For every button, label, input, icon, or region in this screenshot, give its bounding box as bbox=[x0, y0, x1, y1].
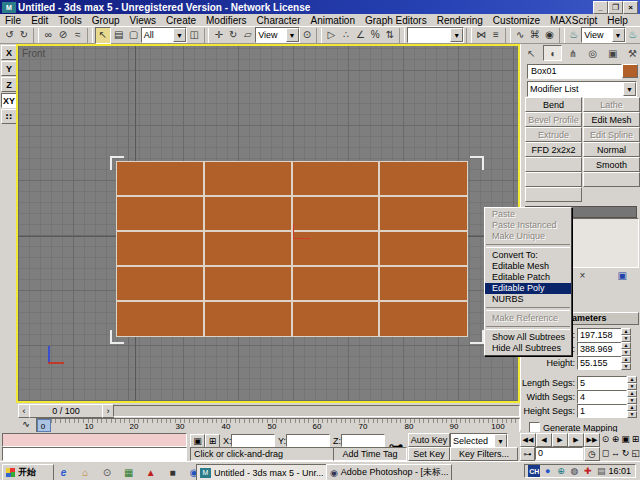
zoom-extents-icon[interactable]: ▣ bbox=[621, 433, 630, 445]
dropdown-arrow-icon[interactable]: ▼ bbox=[623, 82, 636, 96]
render-scene-icon[interactable]: ♨ bbox=[567, 28, 582, 43]
snap-toggle-icon[interactable]: ∴ bbox=[339, 28, 354, 43]
restrict-xy-plane-button[interactable]: XY bbox=[1, 93, 17, 108]
select-and-scale-icon[interactable]: ▱ bbox=[241, 28, 256, 43]
snaps-use-axis-constraints-icon[interactable]: ∷ bbox=[1, 109, 17, 124]
width-segs-field[interactable]: 4 bbox=[577, 390, 627, 404]
track-bar-ruler[interactable]: 0 10 20 30 40 50 60 70 80 90 100 bbox=[36, 418, 520, 433]
set-key-button[interactable]: Set Key bbox=[408, 447, 450, 461]
height-spinner[interactable]: ▲▼ bbox=[621, 356, 631, 369]
unlink-selection-icon[interactable]: ⊘ bbox=[56, 28, 71, 43]
spinner-snap-icon[interactable]: ⇅ bbox=[383, 28, 398, 43]
remove-modifier-icon[interactable]: × bbox=[575, 268, 589, 283]
length-field[interactable]: 197.158 bbox=[577, 328, 623, 342]
tray-icon[interactable]: ● bbox=[541, 465, 553, 477]
menu-modifiers[interactable]: Modifiers bbox=[201, 15, 252, 26]
width-field[interactable]: 388.969 bbox=[577, 342, 623, 356]
select-by-name-icon[interactable]: ▤ bbox=[111, 28, 126, 43]
current-frame-field[interactable]: 0 bbox=[535, 447, 583, 460]
menu-maxscript[interactable]: MAXScript bbox=[545, 15, 602, 26]
next-frame-icon[interactable]: ▶ bbox=[568, 433, 584, 447]
zoom-icon[interactable]: ⊙ bbox=[601, 433, 610, 445]
quick-launch-icon[interactable]: ■ bbox=[165, 465, 180, 479]
mirror-icon[interactable]: ⋈ bbox=[474, 28, 489, 43]
object-color-swatch[interactable] bbox=[622, 64, 638, 78]
bind-to-spacewarp-icon[interactable]: ≈ bbox=[70, 28, 85, 43]
modifier-button-blank[interactable] bbox=[583, 172, 640, 187]
acrobat-icon[interactable]: ▲ bbox=[143, 465, 158, 479]
configure-modifier-sets-icon[interactable]: ▣ bbox=[614, 268, 630, 283]
context-menu-item-hide-all-subtrees[interactable]: Hide All Subtrees bbox=[485, 343, 571, 354]
box-object[interactable] bbox=[116, 161, 468, 337]
dropdown-arrow-icon[interactable]: ▼ bbox=[450, 28, 463, 42]
context-menu-item-convert-to[interactable]: Convert To: bbox=[485, 250, 571, 261]
minimize-button[interactable]: _ bbox=[593, 1, 608, 14]
internet-explorer-icon[interactable]: e bbox=[56, 465, 71, 479]
tray-language-indicator[interactable]: CH bbox=[528, 465, 540, 477]
undo-icon[interactable]: ↺ bbox=[2, 28, 17, 43]
play-animation-icon[interactable]: ▶ bbox=[552, 433, 568, 447]
menu-rendering[interactable]: Rendering bbox=[432, 15, 488, 26]
length-segs-field[interactable]: 5 bbox=[577, 376, 627, 390]
menu-edit[interactable]: Edit bbox=[26, 15, 53, 26]
open-mini-curve-editor-icon[interactable]: ∿ bbox=[18, 418, 34, 430]
modifier-button-smooth[interactable]: Smooth bbox=[583, 157, 640, 172]
task-button-photoshop[interactable]: ◉ Adobe Photoshop - [未标... bbox=[326, 464, 452, 480]
context-menu-item-nurbs[interactable]: NURBS bbox=[485, 294, 571, 305]
go-to-start-icon[interactable]: ◀◀ bbox=[520, 433, 536, 447]
quick-launch-icon[interactable]: ⌂ bbox=[78, 465, 93, 479]
macro-recorder-line[interactable] bbox=[2, 433, 187, 447]
time-configuration-icon[interactable]: ◷ bbox=[584, 447, 600, 461]
context-menu-item-editable-mesh[interactable]: Editable Mesh bbox=[485, 261, 571, 272]
length-segs-spinner[interactable]: ▲▼ bbox=[627, 376, 637, 389]
menu-help[interactable]: Help bbox=[602, 15, 633, 26]
key-filters-button[interactable]: Key Filters... bbox=[450, 447, 518, 461]
front-viewport[interactable]: Front bbox=[18, 46, 518, 401]
tray-icon[interactable]: ▤ bbox=[595, 465, 607, 477]
dropdown-arrow-icon[interactable]: ▼ bbox=[286, 28, 299, 42]
z-coordinate-field[interactable] bbox=[341, 434, 385, 447]
region-zoom-icon[interactable]: ◻ bbox=[601, 447, 610, 459]
rectangular-selection-region-icon[interactable]: ▢ bbox=[126, 28, 141, 43]
tab-motion-icon[interactable]: ◎ bbox=[584, 46, 601, 60]
menu-views[interactable]: Views bbox=[125, 15, 162, 26]
maxscript-listener-line[interactable] bbox=[2, 447, 187, 461]
modifier-button-bend[interactable]: Bend bbox=[525, 97, 582, 112]
percent-snap-icon[interactable]: % bbox=[368, 28, 383, 43]
menu-group[interactable]: Group bbox=[87, 15, 125, 26]
modifier-button-edit-mesh[interactable]: Edit Mesh bbox=[583, 112, 640, 127]
tab-hierarchy-icon[interactable]: ⋔ bbox=[565, 46, 582, 60]
zoom-extents-all-icon[interactable]: ⊞ bbox=[631, 433, 640, 445]
restrict-y-button[interactable]: Y bbox=[1, 61, 17, 76]
menu-tools[interactable]: Tools bbox=[53, 15, 86, 26]
modifier-button-blank[interactable] bbox=[525, 157, 582, 172]
quick-render-icon[interactable]: ♨ bbox=[626, 28, 640, 43]
tab-display-icon[interactable]: ▣ bbox=[604, 46, 621, 60]
render-type-dropdown[interactable]: View▼ bbox=[581, 27, 625, 43]
quick-launch-icon[interactable]: ⊙ bbox=[100, 465, 115, 479]
tray-icon[interactable]: ✚ bbox=[582, 465, 594, 477]
tab-utilities-icon[interactable]: ⚒ bbox=[624, 46, 640, 60]
start-button[interactable]: 开始 bbox=[2, 464, 54, 480]
go-to-end-icon[interactable]: ▶▶ bbox=[584, 433, 600, 447]
curve-editor-icon[interactable]: ∿ bbox=[513, 28, 528, 43]
use-pivot-center-icon[interactable]: ⊙ bbox=[300, 28, 315, 43]
select-and-manipulate-icon[interactable]: ▷ bbox=[324, 28, 339, 43]
width-segs-spinner[interactable]: ▲▼ bbox=[627, 390, 637, 403]
viewport-label[interactable]: Front bbox=[22, 48, 45, 59]
schematic-view-icon[interactable]: ⌘ bbox=[527, 28, 542, 43]
angle-snap-icon[interactable]: ∠ bbox=[353, 28, 368, 43]
dropdown-arrow-icon[interactable]: ▼ bbox=[494, 434, 507, 448]
object-name-field[interactable]: Box01 bbox=[527, 64, 622, 79]
task-button-3dsmax[interactable]: M Untitled - 3ds max 5 - Unr... bbox=[196, 464, 328, 480]
pan-icon[interactable]: ↔ bbox=[611, 447, 620, 459]
y-coordinate-field[interactable] bbox=[286, 434, 330, 447]
height-segs-spinner[interactable]: ▲▼ bbox=[627, 404, 637, 417]
select-and-link-icon[interactable]: ∞ bbox=[41, 28, 56, 43]
modifier-button-normal[interactable]: Normal bbox=[583, 142, 640, 157]
context-menu-item-editable-patch[interactable]: Editable Patch bbox=[485, 272, 571, 283]
dropdown-arrow-icon[interactable]: ▼ bbox=[612, 28, 625, 42]
menu-customize[interactable]: Customize bbox=[488, 15, 545, 26]
modifier-list-dropdown[interactable]: Modifier List ▼ bbox=[527, 81, 637, 97]
menu-file[interactable]: File bbox=[0, 15, 26, 26]
